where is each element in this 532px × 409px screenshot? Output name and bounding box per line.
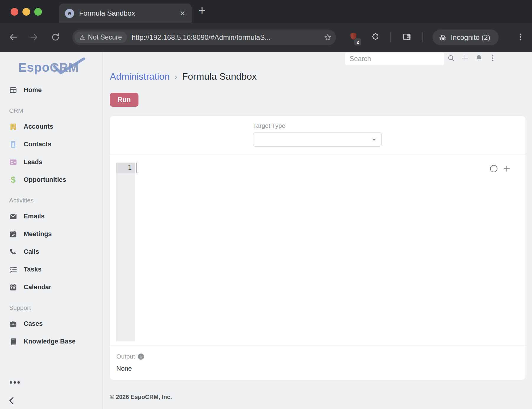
extensions-puzzle-icon[interactable] xyxy=(371,32,380,41)
sidebar-item-knowledge-base[interactable]: Knowledge Base xyxy=(0,333,102,350)
target-type-select[interactable] xyxy=(253,132,382,147)
minimize-window-button[interactable] xyxy=(22,8,30,16)
sidebar-item-cases[interactable]: Cases xyxy=(0,315,102,333)
editor-gutter-filler xyxy=(116,173,135,341)
sidebar-group-activities: Activities xyxy=(0,189,102,207)
screen: e Formula Sandbox × + ⚠ Not Secure ht xyxy=(0,0,532,409)
url-bar[interactable]: ⚠ Not Secure http://192.168.5.16:8090/#A… xyxy=(72,30,336,45)
info-icon[interactable]: i xyxy=(138,354,144,360)
browser-menu-kebab-icon[interactable] xyxy=(516,32,525,42)
header-icons xyxy=(447,54,497,62)
toolbar-divider xyxy=(422,32,423,42)
line-number: 1 xyxy=(116,163,135,173)
home-grid-icon xyxy=(9,86,17,94)
search-input[interactable] xyxy=(345,53,444,65)
editor-actions xyxy=(490,165,511,173)
incognito-label: Incognito (2) xyxy=(451,33,490,42)
security-chip[interactable]: ⚠ Not Secure xyxy=(74,32,127,43)
warning-icon: ⚠ xyxy=(79,34,85,41)
breadcrumb-administration-link[interactable]: Administration xyxy=(110,71,170,82)
phone-icon xyxy=(9,248,17,256)
sidebar-collapse-chevron-icon[interactable] xyxy=(7,396,17,405)
espocrm-logo[interactable]: EspoCRM xyxy=(18,60,86,75)
tab-close-icon[interactable]: × xyxy=(180,9,185,17)
app-header xyxy=(110,52,526,69)
sidebar-item-label: Accounts xyxy=(24,123,53,130)
copyright-footer: © 2026 EspoCRM, Inc. xyxy=(110,394,526,400)
reload-icon[interactable] xyxy=(51,32,60,42)
sidebar-item-label: Knowledge Base xyxy=(24,338,76,345)
sidebar-item-contacts[interactable]: Contacts xyxy=(0,135,102,153)
page-title: Formula Sandbox xyxy=(182,71,257,82)
editor-gutter: 1 xyxy=(116,163,135,341)
close-window-button[interactable] xyxy=(11,8,18,16)
run-button[interactable]: Run xyxy=(110,93,138,107)
sidebar-nav: Home CRM Accounts Contacts xyxy=(0,81,102,350)
id-badge-icon xyxy=(9,140,17,148)
url-text: http://192.168.5.16:8090/#Admin/formulaS… xyxy=(132,33,324,42)
bookmark-star-icon[interactable] xyxy=(324,33,332,42)
output-label: Output xyxy=(116,353,135,360)
espocrm-favicon-icon: e xyxy=(65,9,74,18)
notifications-bell-icon[interactable] xyxy=(475,54,483,62)
chevron-down-icon xyxy=(372,139,376,141)
sidebar-item-calendar[interactable]: Calendar xyxy=(0,278,102,296)
book-icon xyxy=(9,338,17,346)
browser-chrome: e Formula Sandbox × + ⚠ Not Secure ht xyxy=(0,0,532,52)
sidebar-item-opportunities[interactable]: $ Opportunities xyxy=(0,171,102,189)
sidebar-item-label: Calls xyxy=(24,248,39,256)
editor-circle-icon[interactable] xyxy=(490,165,497,172)
sidebar-group-support: Support xyxy=(0,296,102,315)
browser-tab[interactable]: e Formula Sandbox × xyxy=(59,4,192,23)
sidebar-item-label: Opportunities xyxy=(24,176,66,184)
address-card-icon xyxy=(9,158,17,166)
briefcase-icon xyxy=(9,320,17,328)
tab-title: Formula Sandbox xyxy=(79,9,180,17)
formula-sandbox-panel: Target Type 1 xyxy=(110,116,526,380)
building-icon xyxy=(9,123,17,131)
incognito-badge: Incognito (2) xyxy=(433,30,499,45)
calendar-check-icon xyxy=(9,230,17,238)
side-panel-search-icon[interactable] xyxy=(402,32,411,41)
sidebar-more-ellipsis-icon[interactable] xyxy=(10,381,20,384)
app: EspoCRM Home CRM Accounts xyxy=(0,52,532,409)
sidebar-item-meetings[interactable]: Meetings xyxy=(0,225,102,243)
sidebar-item-leads[interactable]: Leads xyxy=(0,153,102,171)
back-icon[interactable] xyxy=(9,32,18,42)
sidebar: EspoCRM Home CRM Accounts xyxy=(0,52,103,409)
output-value: None xyxy=(116,365,526,372)
browser-toolbar: ⚠ Not Secure http://192.168.5.16:8090/#A… xyxy=(0,23,532,52)
shield-badge: 2 xyxy=(354,38,361,45)
editor-add-plus-icon[interactable] xyxy=(503,165,511,173)
sidebar-item-accounts[interactable]: Accounts xyxy=(0,118,102,135)
logo-text-crm: CRM xyxy=(50,60,79,74)
checklist-icon xyxy=(9,266,17,274)
sidebar-item-tasks[interactable]: Tasks xyxy=(0,261,102,278)
formula-code-editor[interactable]: 1 xyxy=(110,155,526,346)
quick-create-plus-icon[interactable] xyxy=(461,54,469,62)
target-type-label: Target Type xyxy=(253,122,285,129)
incognito-icon xyxy=(438,33,447,42)
sidebar-item-label: Leads xyxy=(24,158,43,166)
envelope-icon xyxy=(9,212,17,220)
sidebar-item-label: Cases xyxy=(24,320,43,328)
main-content: Administration › Formula Sandbox Run Tar… xyxy=(103,52,532,409)
sidebar-item-calls[interactable]: Calls xyxy=(0,243,102,261)
editor-cursor xyxy=(136,163,137,173)
search-icon[interactable] xyxy=(447,54,455,62)
security-label: Not Secure xyxy=(88,33,122,41)
dollar-icon: $ xyxy=(9,176,17,184)
sidebar-group-crm: CRM xyxy=(0,99,102,118)
sidebar-item-home[interactable]: Home xyxy=(0,81,102,99)
sidebar-item-label: Home xyxy=(24,86,42,94)
maximize-window-button[interactable] xyxy=(34,8,42,16)
sidebar-item-label: Meetings xyxy=(24,230,52,238)
sidebar-item-emails[interactable]: Emails xyxy=(0,207,102,225)
forward-icon[interactable] xyxy=(29,32,39,42)
menu-kebab-icon[interactable] xyxy=(489,54,497,62)
breadcrumb-separator: › xyxy=(174,72,177,82)
tab-strip: e Formula Sandbox × + xyxy=(0,0,532,23)
sidebar-item-label: Calendar xyxy=(24,283,51,291)
new-tab-button[interactable]: + xyxy=(198,4,206,18)
target-type-row: Target Type xyxy=(110,116,526,155)
